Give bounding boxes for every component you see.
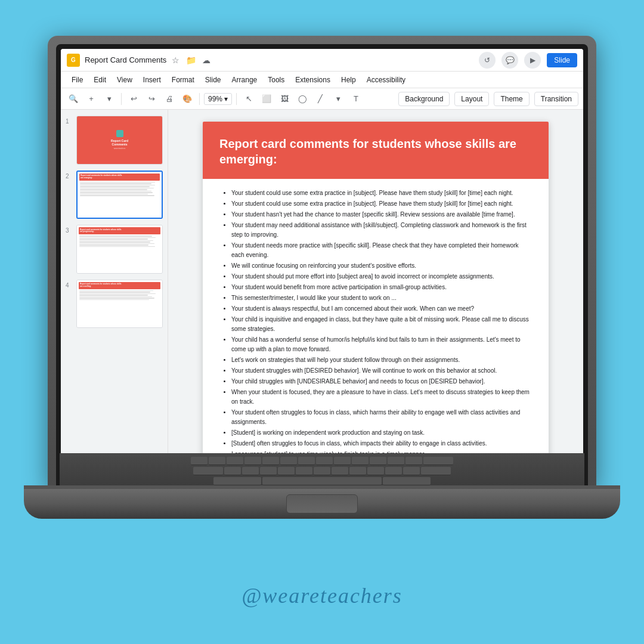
keyboard-area xyxy=(60,453,584,490)
zoom-in-icon[interactable]: + xyxy=(83,91,99,107)
toolbar: 🔍 + ▾ ↩ ↪ 🖨 🎨 99% ▾ ↖ ⬜ 🖼 ◯ ╱ ▾ xyxy=(61,88,583,110)
bullet-item: Your student could use some extra practi… xyxy=(231,188,532,198)
key xyxy=(260,467,277,475)
menu-bar: File Edit View Insert Format Slide Arran… xyxy=(61,72,583,88)
divider-2 xyxy=(199,93,200,105)
menu-accessibility[interactable]: Accessibility xyxy=(362,74,410,86)
keyboard-row-1 xyxy=(64,457,580,465)
key xyxy=(314,467,330,475)
layout-button[interactable]: Layout xyxy=(454,92,489,106)
menu-view[interactable]: View xyxy=(112,74,137,86)
slide-thumb-container-3: 3 Report card comments for students whos… xyxy=(66,225,163,274)
key xyxy=(278,467,295,475)
spacebar xyxy=(262,477,382,485)
key xyxy=(334,457,351,465)
key xyxy=(224,467,241,475)
bullet-item: Your student often struggles to focus in… xyxy=(231,408,532,427)
image-icon[interactable]: 🖼 xyxy=(277,91,292,107)
slide-thumb-container-1: 1 Report CardComments weareteachers xyxy=(66,116,163,165)
theme-button[interactable]: Theme xyxy=(494,92,529,106)
slide-num-1: 1 xyxy=(66,116,73,125)
line-icon[interactable]: ╱ xyxy=(312,91,328,107)
key xyxy=(385,467,402,475)
keyboard-row-2 xyxy=(64,467,580,475)
search-icon[interactable]: 🔍 xyxy=(66,91,81,107)
present-icon[interactable]: ▶ xyxy=(524,52,541,69)
app-icon: G xyxy=(67,54,80,67)
key xyxy=(227,457,243,465)
key xyxy=(209,457,225,465)
menu-insert[interactable]: Insert xyxy=(138,74,166,86)
slideshow-button[interactable]: Slide xyxy=(547,53,577,67)
key xyxy=(298,457,315,465)
slide-thumb-4[interactable]: Report card comments for students whose … xyxy=(76,280,163,329)
bullet-item: Your student hasn't yet had the chance t… xyxy=(231,210,532,219)
slide-thumb-2[interactable]: Report card comments for students whose … xyxy=(76,171,163,219)
divider-1 xyxy=(121,93,122,105)
redo-icon[interactable]: ↪ xyxy=(144,91,159,107)
main-content: 1 Report CardComments weareteachers xyxy=(61,110,583,484)
key xyxy=(213,477,261,485)
shape-icon[interactable]: ◯ xyxy=(295,91,310,107)
bullet-list: Your student could use some extra practi… xyxy=(219,188,532,484)
slide-num-2: 2 xyxy=(66,171,73,179)
print-icon[interactable]: 🖨 xyxy=(162,91,177,107)
background-button[interactable]: Background xyxy=(398,92,450,106)
key xyxy=(352,457,369,465)
title-bar: G Report Card Comments ☆ 📁 ☁ ↺ 💬 ▶ Slide xyxy=(61,49,583,72)
menu-help[interactable]: Help xyxy=(336,74,361,86)
key xyxy=(370,457,386,465)
bullet-item: This semester/trimester, I would like yo… xyxy=(231,293,532,303)
bullet-item: Your child has a wonderful sense of humo… xyxy=(231,335,532,354)
menu-format[interactable]: Format xyxy=(167,74,199,86)
key xyxy=(388,457,404,465)
key xyxy=(242,467,259,475)
history-icon[interactable]: ↺ xyxy=(479,52,496,69)
keyboard-row-3 xyxy=(64,477,580,485)
key xyxy=(191,457,208,465)
slide-thumb-container-2: 2 Report card comments for students whos… xyxy=(66,171,163,219)
screen: G Report Card Comments ☆ 📁 ☁ ↺ 💬 ▶ Slide… xyxy=(61,49,583,484)
key xyxy=(423,457,453,465)
chevron-lines-icon[interactable]: ▾ xyxy=(330,91,346,107)
key xyxy=(405,457,422,465)
slide-body: Your student could use some extra practi… xyxy=(203,179,549,484)
chevron-down-icon[interactable]: ▾ xyxy=(101,91,117,107)
slide-title: Report card comments for students whose … xyxy=(219,136,532,167)
zoom-control[interactable]: 99% ▾ xyxy=(204,93,232,105)
key xyxy=(296,467,312,475)
trackpad[interactable] xyxy=(286,494,358,513)
key xyxy=(332,467,348,475)
star-icon[interactable]: ☆ xyxy=(170,55,181,66)
title-right: ↺ 💬 ▶ Slide xyxy=(479,52,577,69)
bullet-item: [Student] is working on independent work… xyxy=(231,428,532,438)
title-icons: ☆ 📁 ☁ xyxy=(170,55,212,66)
cloud-icon[interactable]: ☁ xyxy=(201,55,212,66)
menu-extensions[interactable]: Extensions xyxy=(290,74,335,86)
key xyxy=(262,457,279,465)
undo-icon[interactable]: ↩ xyxy=(126,91,141,107)
paint-icon[interactable]: 🎨 xyxy=(179,91,195,107)
cursor-icon[interactable]: ↖ xyxy=(241,91,256,107)
comments-icon[interactable]: 💬 xyxy=(501,52,518,69)
document-title: Report Card Comments xyxy=(85,55,166,64)
menu-file[interactable]: File xyxy=(67,74,88,86)
folder-icon[interactable]: 📁 xyxy=(185,55,196,66)
menu-slide[interactable]: Slide xyxy=(200,74,226,86)
select-icon[interactable]: ⬜ xyxy=(259,91,274,107)
transition-button[interactable]: Transition xyxy=(534,92,578,106)
slide-thumb-1[interactable]: Report CardComments weareteachers xyxy=(76,116,163,165)
key xyxy=(349,467,366,475)
textbox-icon[interactable]: T xyxy=(348,91,364,107)
bullet-item: Your student is always respectful, but I… xyxy=(231,304,532,314)
laptop-shell: G Report Card Comments ☆ 📁 ☁ ↺ 💬 ▶ Slide… xyxy=(48,36,596,489)
slide-thumb-3[interactable]: Report card comments for students whose … xyxy=(76,225,163,274)
menu-tools[interactable]: Tools xyxy=(263,74,289,86)
bullet-item: Your student struggles with [DESIRED beh… xyxy=(231,366,532,376)
bullet-item: Your student should put more effort into… xyxy=(231,272,532,281)
watermark: @weareteachers xyxy=(0,583,644,608)
key xyxy=(280,457,297,465)
menu-edit[interactable]: Edit xyxy=(89,74,111,86)
menu-arrange[interactable]: Arrange xyxy=(227,74,262,86)
bullet-item: Your student may need additional assista… xyxy=(231,221,532,240)
